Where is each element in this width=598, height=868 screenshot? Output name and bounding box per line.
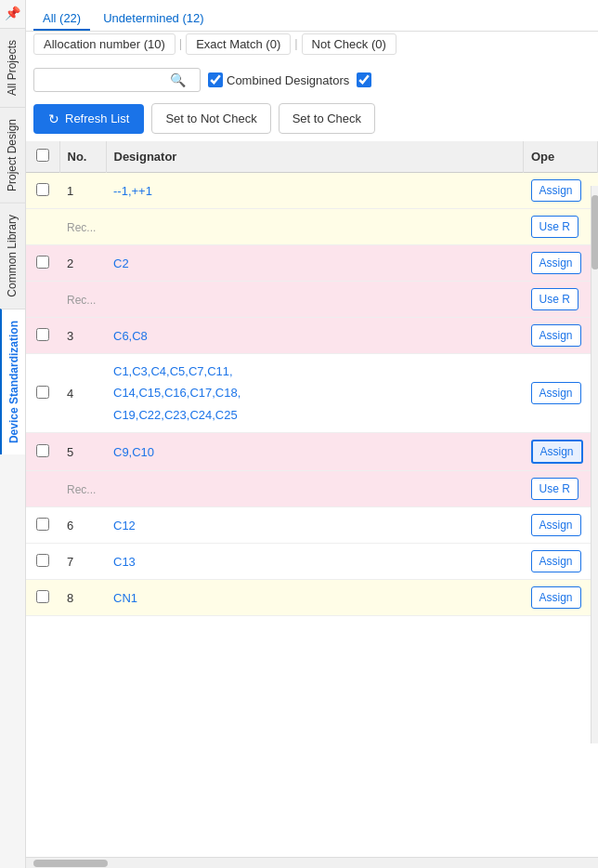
sidebar-item-project-design[interactable]: Project Design: [0, 107, 25, 203]
row-checkbox[interactable]: [36, 183, 49, 196]
row-checkbox[interactable]: [36, 256, 49, 269]
table-row-rec: Rec... Use R: [26, 209, 598, 245]
use-r-button[interactable]: Use R: [531, 478, 578, 500]
table-row-rec: Rec... Use R: [26, 471, 598, 507]
row-designator: C2: [106, 245, 524, 282]
set-to-not-check-button[interactable]: Set to Not Check: [151, 103, 270, 134]
designator-link[interactable]: --1,++1: [113, 184, 152, 198]
rec-label: Rec...: [59, 209, 106, 245]
assign-button[interactable]: Assign: [531, 440, 583, 464]
table-row: 4 C1,C3,C4,C5,C7,C11, C14,C15,C16,C17,C1…: [26, 354, 598, 433]
designator-link[interactable]: C6,C8: [113, 329, 148, 343]
assign-button[interactable]: Assign: [531, 252, 581, 274]
filter-tabs-row1: All (22) Undetermined (12): [26, 0, 598, 32]
use-r-button[interactable]: Use R: [531, 288, 578, 310]
assign-button[interactable]: Assign: [531, 586, 581, 609]
row-checkbox[interactable]: [36, 444, 49, 457]
table-row-rec: Rec... Use R: [26, 282, 598, 318]
combined-designators-checkbox[interactable]: [208, 72, 223, 87]
sidebar-item-common-library[interactable]: Common Library: [0, 203, 25, 309]
row-checkbox[interactable]: [36, 386, 49, 399]
pin-icon: 📌: [5, 6, 20, 20]
designator-link[interactable]: C14,C15,C16,C17,C18,: [113, 386, 240, 400]
vertical-scrollbar-thumb[interactable]: [592, 195, 598, 270]
select-all-checkbox[interactable]: [36, 149, 49, 162]
row-no: 1: [59, 173, 106, 209]
designator-link[interactable]: CN1: [113, 591, 137, 605]
use-r-button[interactable]: Use R: [531, 216, 578, 238]
horizontal-scrollbar[interactable]: [26, 857, 598, 868]
search-icon: 🔍: [170, 72, 186, 87]
table-row: 3 C6,C8 Assign: [26, 318, 598, 354]
table-row: 6 C12 Assign: [26, 507, 598, 544]
main-content: All (22) Undetermined (12) Allocation nu…: [26, 0, 598, 868]
row-no: 8: [59, 580, 106, 616]
row-designator: C9,C10: [106, 433, 524, 471]
assign-button[interactable]: Assign: [531, 550, 581, 572]
table-row: 7 C13 Assign: [26, 544, 598, 580]
assign-button[interactable]: Assign: [531, 324, 581, 347]
scroll-thumb[interactable]: [33, 860, 108, 867]
row-designator: CN1: [106, 580, 524, 616]
rec-label: Rec...: [59, 471, 106, 507]
row-no: 2: [59, 245, 106, 282]
table-row: 8 CN1 Assign: [26, 580, 598, 616]
row-designator: --1,++1: [106, 173, 524, 209]
row-no: 5: [59, 433, 106, 471]
refresh-icon: ↻: [48, 112, 59, 126]
designator-link[interactable]: C19,C22,C23,C24,C25: [113, 408, 238, 422]
row-no: 4: [59, 354, 106, 433]
header-checkbox-col: [26, 141, 59, 173]
refresh-list-button[interactable]: ↻ Refresh List: [33, 104, 144, 134]
extra-checkbox-option: [357, 72, 371, 87]
assign-button[interactable]: Assign: [531, 514, 581, 536]
filter-tab-all[interactable]: All (22): [33, 7, 90, 31]
search-row: 🔍 Combined Designators: [26, 60, 598, 99]
designator-link[interactable]: C9,C10: [113, 445, 154, 459]
search-input[interactable]: [40, 73, 170, 87]
action-row: ↻ Refresh List Set to Not Check Set to C…: [26, 99, 598, 141]
row-designator: C6,C8: [106, 318, 524, 354]
designator-table: No. Designator Ope 1 --1,++1 Assign: [26, 141, 598, 616]
sidebar: 📌 All Projects Project Design Common Lib…: [0, 0, 26, 868]
table-row: 5 C9,C10 Assign: [26, 433, 598, 471]
row-no: 7: [59, 544, 106, 580]
search-box[interactable]: 🔍: [33, 68, 201, 92]
table-row: 2 C2 Assign: [26, 245, 598, 282]
assign-button[interactable]: Assign: [531, 179, 581, 202]
set-to-check-button[interactable]: Set to Check: [279, 103, 375, 134]
vertical-scrollbar-track[interactable]: [591, 186, 598, 743]
row-checkbox[interactable]: [36, 518, 49, 531]
designator-link[interactable]: C12: [113, 519, 136, 533]
combined-designators-label: Combined Designators: [227, 73, 349, 87]
designator-link[interactable]: C13: [113, 555, 136, 569]
row-designator: C12: [106, 507, 524, 544]
assign-button[interactable]: Assign: [531, 382, 581, 404]
sidebar-item-device-standardization[interactable]: Device Standardization: [0, 309, 25, 454]
row-no: 3: [59, 318, 106, 354]
row-checkbox[interactable]: [36, 554, 49, 567]
header-no: No.: [59, 141, 106, 173]
filter-tab-exact[interactable]: Exact Match (0): [186, 33, 291, 55]
sidebar-item-all-projects[interactable]: All Projects: [0, 28, 25, 107]
extra-checkbox[interactable]: [357, 72, 371, 87]
rec-label: Rec...: [59, 282, 106, 318]
header-designator: Designator: [106, 141, 524, 173]
row-checkbox[interactable]: [36, 328, 49, 341]
filter-tab-undetermined[interactable]: Undetermined (12): [94, 7, 213, 31]
header-operation: Ope: [524, 141, 598, 173]
row-no: 6: [59, 507, 106, 544]
row-designator: C1,C3,C4,C5,C7,C11, C14,C15,C16,C17,C18,…: [106, 354, 524, 433]
row-checkbox[interactable]: [36, 590, 49, 603]
filter-tabs-row2: Allocation number (10) | Exact Match (0)…: [26, 32, 598, 60]
filter-tab-allocation[interactable]: Allocation number (10): [33, 33, 176, 55]
designator-link[interactable]: C1,C3,C4,C5,C7,C11,: [113, 364, 233, 378]
table-row: 1 --1,++1 Assign: [26, 173, 598, 209]
table-container: No. Designator Ope 1 --1,++1 Assign: [26, 141, 598, 857]
filter-tab-notcheck[interactable]: Not Check (0): [302, 33, 396, 55]
designator-link[interactable]: C2: [113, 256, 129, 270]
combined-designators-option: Combined Designators: [208, 72, 349, 87]
row-designator: C13: [106, 544, 524, 580]
